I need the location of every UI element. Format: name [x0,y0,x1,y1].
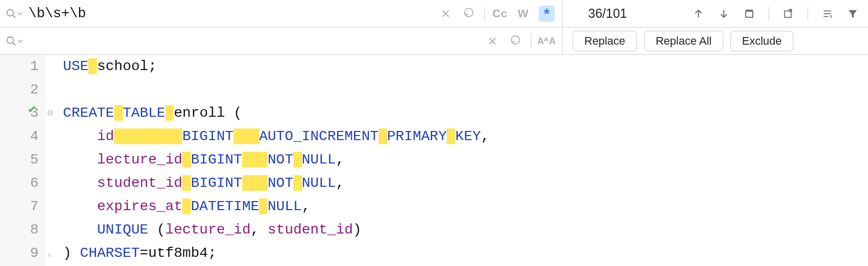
line-number: 2 [0,78,39,102]
toggle-selection-button[interactable] [819,6,836,22]
line-number: 9 [0,242,39,265]
search-options: Cc W * [438,6,562,22]
line-number: 1 [0,55,39,78]
search-input[interactable] [28,0,438,27]
code-line: lecture_id BIGINT NOT NULL, [63,148,868,172]
search-input-area: Cc W * [0,0,562,27]
code-line [63,78,868,102]
replace-input-area: AᴬA [0,27,562,55]
replace-row: AᴬA Replace Replace All Exclude [0,27,868,55]
check-icon: ✔ [28,102,36,116]
history-icon[interactable] [461,6,477,22]
prev-match-button[interactable] [690,6,707,22]
search-icon [0,8,28,19]
search-results-panel: 36/101 [562,0,868,27]
svg-line-1 [13,15,15,18]
line-number: 4 [0,125,39,148]
replace-all-button[interactable]: Replace All [644,31,723,51]
regex-toggle[interactable]: * [539,6,555,22]
editor[interactable]: 1 2 3 4 5 6 7 8 9 ✔ ⊟ ⌞ USE school; CREA… [0,55,868,266]
line-number: 8 [0,218,39,242]
select-all-occurrences-button[interactable] [741,6,757,22]
chevron-down-icon [18,39,23,44]
code-line: ) CHARSET=utf8mb4; [63,242,868,265]
new-selection-button[interactable] [780,6,796,22]
code-line: student_id BIGINT NOT NULL, [63,172,868,195]
match-count: 36/101 [570,6,646,21]
code-line: id BIGINT AUTO_INCREMENT PRIMARY KEY, [63,125,868,148]
whole-word-toggle[interactable]: W [515,6,531,22]
replace-button[interactable]: Replace [573,31,637,51]
find-replace-panel: Cc W * 36/101 [0,0,868,55]
exclude-button[interactable]: Exclude [730,31,793,51]
line-number: 7 [0,195,39,218]
code-area[interactable]: USE school; CREATE TABLE enroll ( id BIG… [56,55,868,266]
replace-icon [0,36,28,47]
replace-options: AᴬA [484,33,562,49]
next-match-button[interactable] [716,6,732,22]
svg-line-14 [13,43,15,45]
replace-history-icon[interactable] [508,33,524,49]
search-nav-icons [646,6,861,22]
svg-rect-8 [785,11,791,17]
replace-input[interactable] [28,27,484,55]
code-line: USE school; [63,55,868,78]
filter-icon[interactable] [845,6,861,22]
clear-replace-icon[interactable] [484,33,500,49]
code-line: CREATE TABLE enroll ( [63,102,868,125]
line-number: 5 [0,148,39,172]
svg-rect-6 [746,11,753,17]
match-case-toggle[interactable]: Cc [492,6,508,22]
clear-icon[interactable] [438,6,454,22]
code-line: UNIQUE (lecture_id, student_id) [63,218,868,242]
line-number: 6 [0,172,39,195]
preserve-case-toggle[interactable]: AᴬA [539,33,555,49]
svg-point-13 [7,37,14,44]
svg-point-0 [7,9,14,16]
code-line: expires_at DATETIME NULL, [63,195,868,218]
fold-close-icon[interactable]: ⌞ [46,242,55,265]
fold-open-icon[interactable]: ⊟ [46,102,55,125]
fold-strip: ⊟ ⌞ [46,55,56,266]
chevron-down-icon [18,11,23,16]
replace-buttons-panel: Replace Replace All Exclude [562,27,868,55]
search-row: Cc W * 36/101 [0,0,868,27]
gutter: 1 2 3 4 5 6 7 8 9 ✔ [0,55,46,266]
